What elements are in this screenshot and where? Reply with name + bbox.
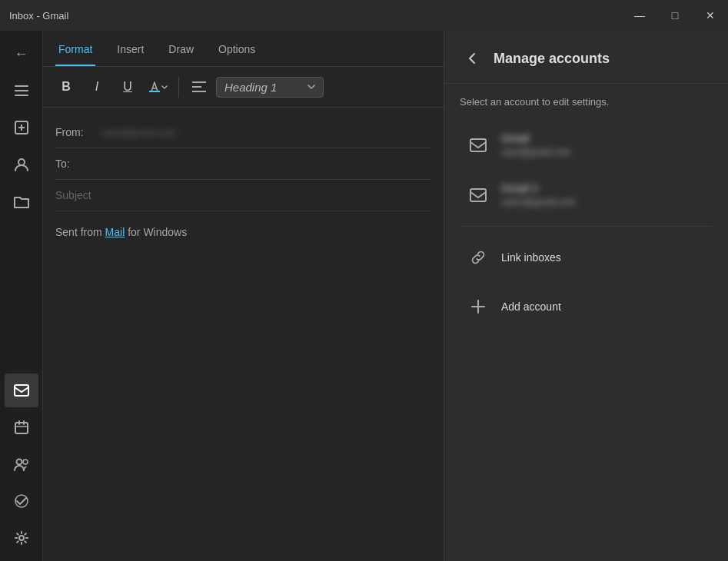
svg-rect-7 (15, 385, 28, 396)
add-account-icon (466, 294, 490, 319)
link-inboxes-icon (466, 245, 490, 270)
toolbar: B I U (43, 67, 444, 108)
heading-dropdown-label: Heading 1 (224, 81, 304, 94)
link-inboxes-action[interactable]: Link inboxes (450, 234, 722, 280)
email-form: From: user@gmail.com To: Sent from Mail … (43, 108, 444, 561)
svg-rect-1 (15, 90, 28, 91)
svg-rect-2 (15, 95, 28, 96)
hamburger-icon[interactable] (5, 74, 38, 108)
tab-draw[interactable]: Draw (165, 31, 197, 66)
body-area[interactable]: Sent from Mail for Windows (55, 211, 431, 552)
account-icon[interactable] (5, 148, 38, 181)
add-account-action[interactable]: Add account (450, 284, 722, 330)
mail-link[interactable]: Mail (105, 226, 125, 238)
back-button[interactable] (460, 46, 484, 71)
svg-rect-0 (15, 85, 28, 87)
account-email-1: user@gmail.com (501, 147, 570, 158)
add-account-label: Add account (501, 300, 561, 313)
svg-rect-8 (15, 423, 28, 433)
title-bar: Inbox - Gmail — □ ✕ (0, 0, 728, 31)
toolbar-divider (178, 76, 179, 98)
underline-button[interactable]: U (114, 73, 141, 101)
manage-subtitle: Select an account to edit settings. (444, 84, 728, 120)
account-item-2[interactable]: Gmail 2 user2@gmail.com (450, 171, 722, 218)
tab-format[interactable]: Format (55, 31, 95, 66)
account-item-1[interactable]: Gmail user@gmail.com (450, 121, 722, 168)
content-area: Format Insert Draw Options B I U (43, 31, 728, 561)
subject-row[interactable] (55, 180, 431, 211)
svg-point-15 (19, 536, 24, 540)
calendar-icon[interactable] (5, 410, 38, 444)
account-email-2: user2@gmail.com (501, 197, 576, 207)
close-button[interactable]: ✕ (693, 0, 728, 31)
title-text: Inbox - Gmail (9, 10, 68, 22)
main-layout: ← (0, 31, 728, 561)
text-color-dropdown[interactable] (145, 73, 172, 101)
heading-dropdown[interactable]: Heading 1 (216, 77, 324, 98)
link-inboxes-label: Link inboxes (501, 251, 561, 264)
sidebar: ← (0, 31, 43, 561)
align-button[interactable] (185, 73, 213, 101)
account-mail-icon-2 (466, 183, 490, 207)
tab-insert[interactable]: Insert (114, 31, 147, 66)
svg-point-13 (23, 460, 28, 464)
body-prefix: Sent from (55, 226, 105, 238)
compose-icon[interactable] (5, 111, 38, 144)
minimize-button[interactable]: — (622, 0, 657, 31)
manage-header: Manage accounts (444, 31, 728, 84)
maximize-button[interactable]: □ (657, 0, 693, 31)
svg-rect-21 (470, 139, 486, 151)
folder-icon[interactable] (5, 184, 38, 218)
people-icon[interactable] (5, 447, 38, 481)
mail-icon[interactable] (5, 373, 38, 407)
subject-input[interactable] (55, 189, 431, 201)
to-row[interactable]: To: (55, 148, 431, 180)
account-name-1: Gmail (501, 132, 570, 144)
manage-accounts-panel: Manage accounts Select an account to edi… (444, 31, 728, 561)
bold-button[interactable]: B (52, 73, 80, 101)
back-nav-icon[interactable]: ← (5, 37, 38, 71)
manage-title: Manage accounts (494, 51, 610, 67)
svg-rect-22 (470, 189, 486, 201)
title-bar-buttons: — □ ✕ (622, 0, 728, 31)
manage-divider (460, 226, 713, 227)
svg-point-12 (16, 460, 22, 465)
account-info-2: Gmail 2 user2@gmail.com (501, 182, 576, 207)
tab-options[interactable]: Options (215, 31, 258, 66)
italic-button[interactable]: I (83, 73, 111, 101)
tasks-icon[interactable] (5, 484, 38, 518)
body-suffix: for Windows (125, 226, 187, 238)
from-label: From: (55, 126, 101, 138)
to-input[interactable] (101, 158, 431, 170)
tabs: Format Insert Draw Options (43, 31, 444, 67)
from-value: user@gmail.com (101, 127, 177, 138)
from-row: From: user@gmail.com (55, 117, 431, 148)
account-mail-icon-1 (466, 133, 490, 158)
account-name-2: Gmail 2 (501, 182, 576, 194)
title-bar-left: Inbox - Gmail (9, 10, 68, 22)
account-info-1: Gmail user@gmail.com (501, 132, 570, 158)
settings-icon[interactable] (5, 521, 38, 555)
body-text: Sent from Mail for Windows (55, 224, 431, 241)
compose-panel: Format Insert Draw Options B I U (43, 31, 444, 561)
to-label: To: (55, 158, 101, 170)
svg-point-6 (18, 159, 25, 165)
